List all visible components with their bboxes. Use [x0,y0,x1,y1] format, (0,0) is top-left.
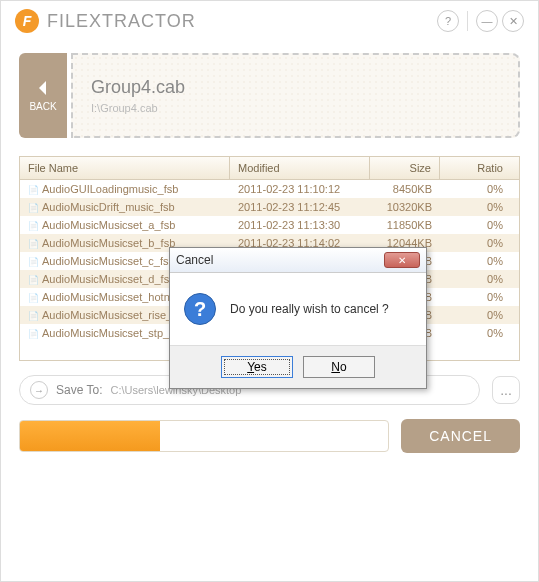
dialog-yes-button[interactable]: Yes [221,356,293,378]
back-label: BACK [29,101,56,112]
progress-fill [20,421,160,451]
save-label: Save To: [56,383,102,397]
table-row[interactable]: AudioGUILoadingmusic_fsb2011-02-23 11:10… [20,180,519,198]
question-icon: ? [184,293,216,325]
col-header-size[interactable]: Size [370,157,440,179]
close-button[interactable]: ✕ [502,10,524,32]
file-card: Group4.cab I:\Group4.cab [71,53,520,138]
save-arrow-icon: → [30,381,48,399]
col-header-ratio[interactable]: Ratio [440,157,519,179]
browse-button[interactable]: ... [492,376,520,404]
dialog-message: Do you really wish to cancel ? [230,302,389,316]
dialog-close-button[interactable]: ✕ [384,252,420,268]
col-header-name[interactable]: File Name [20,157,230,179]
file-name: Group4.cab [91,77,500,98]
minimize-button[interactable]: — [476,10,498,32]
confirm-dialog: Cancel ✕ ? Do you really wish to cancel … [169,247,427,389]
table-row[interactable]: AudioMusicMusicset_a_fsb2011-02-23 11:13… [20,216,519,234]
dialog-title: Cancel [176,253,213,267]
help-button[interactable]: ? [437,10,459,32]
app-logo: F [15,9,39,33]
dialog-no-button[interactable]: No [303,356,375,378]
back-arrow-icon [36,79,50,97]
progress-bar [19,420,389,452]
divider [467,11,468,31]
cancel-button[interactable]: CANCEL [401,419,520,453]
col-header-modified[interactable]: Modified [230,157,370,179]
app-title: FILEXTRACTOR [47,11,196,32]
file-path: I:\Group4.cab [91,102,500,114]
back-button[interactable]: BACK [19,53,67,138]
table-row[interactable]: AudioMusicDrift_music_fsb2011-02-23 11:1… [20,198,519,216]
